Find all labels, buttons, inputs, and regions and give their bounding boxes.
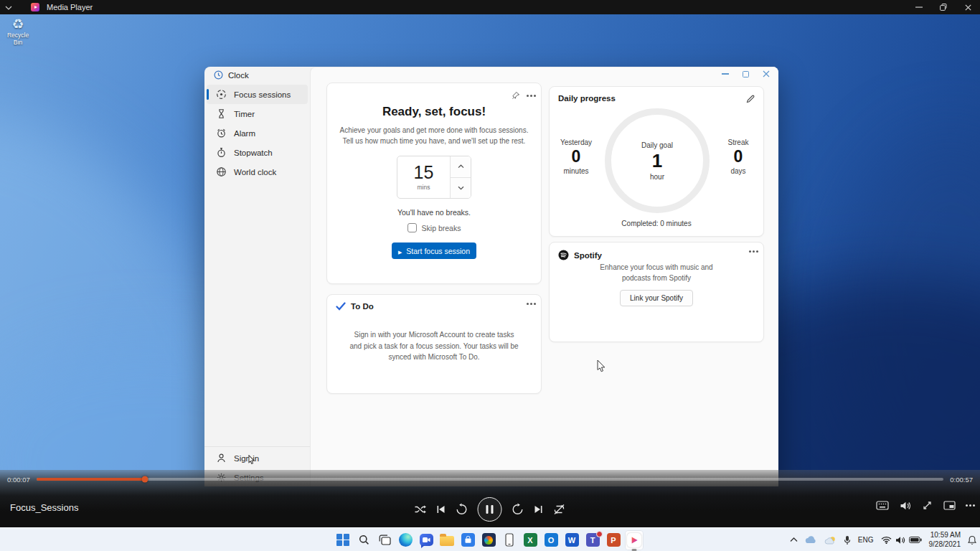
skip-forward-button[interactable]: [512, 503, 524, 516]
recycle-bin-icon: [4, 17, 32, 31]
close-button[interactable]: [956, 0, 980, 14]
sidebar-item-sign-in: Sign in: [207, 448, 308, 468]
link-spotify-button: Link your Spotify: [620, 290, 693, 306]
sidebar-item-alarm: Alarm: [207, 123, 308, 143]
spotify-icon: [558, 250, 569, 260]
chevron-down-icon[interactable]: [5, 3, 12, 11]
streak-stat: Streak 0 days: [713, 138, 763, 175]
edge-button[interactable]: [397, 531, 414, 550]
sidebar-item-label: World clock: [234, 168, 276, 176]
start-button[interactable]: [334, 531, 352, 550]
search-button[interactable]: [355, 531, 372, 550]
windows-logo-icon: [336, 534, 349, 547]
seek-thumb[interactable]: [142, 476, 149, 483]
excel-button[interactable]: [522, 531, 539, 550]
caption-buttons: [907, 0, 980, 14]
fullscreen-icon[interactable]: [922, 500, 933, 511]
skip-back-button[interactable]: [456, 503, 468, 516]
file-explorer-button[interactable]: [438, 531, 456, 550]
chevron-down-icon: [458, 186, 464, 190]
task-view-button[interactable]: [376, 531, 393, 550]
clock-maximize-icon: [743, 71, 749, 77]
pause-button[interactable]: [478, 497, 502, 522]
more-icon: [530, 303, 532, 305]
photos-button[interactable]: [480, 531, 497, 550]
previous-button[interactable]: [436, 504, 446, 514]
taskbar-center: [334, 528, 643, 551]
clock-close-icon: [763, 70, 770, 77]
onedrive-icon[interactable]: [805, 536, 817, 544]
app-title: Media Player: [47, 3, 93, 11]
stepper-down-button: [451, 177, 471, 199]
file-explorer-icon: [440, 536, 454, 546]
media-player-icon: [627, 533, 641, 547]
sidebar-item-label: Stopwatch: [234, 149, 273, 157]
spotify-description: Enhance your focus with music and podcas…: [595, 262, 717, 283]
seek-bar[interactable]: [37, 478, 944, 481]
alarm-icon: [216, 128, 227, 138]
focus-card-title: Ready, set, focus!: [327, 105, 541, 119]
weather-cloud-icon[interactable]: [824, 536, 837, 545]
search-icon: [359, 534, 369, 545]
total-time: 0:00:57: [950, 476, 973, 484]
clock-tray[interactable]: 10:59 AM 9/28/2021: [929, 531, 961, 549]
store-icon: [461, 533, 475, 547]
video-display-area[interactable]: Recycle Bin Clock Focus sessions: [0, 14, 980, 527]
media-title: Focus_Sessions: [10, 502, 78, 513]
outlook-icon: [545, 533, 558, 547]
media-player-taskbar-button[interactable]: [626, 531, 643, 550]
more-icon[interactable]: [969, 504, 971, 507]
phone-link-button[interactable]: [501, 531, 518, 550]
restore-button[interactable]: [931, 0, 956, 14]
skip-breaks-checkbox: [407, 223, 417, 232]
daily-progress-title: Daily progress: [558, 94, 616, 103]
powerpoint-button[interactable]: [605, 531, 622, 550]
store-button[interactable]: [459, 531, 476, 550]
focus-card-description: Achieve your goals and get more done wit…: [334, 125, 534, 146]
teams-icon: [586, 533, 600, 547]
microphone-icon[interactable]: [844, 535, 851, 545]
spotify-card-header: Spotify: [558, 250, 602, 260]
play-icon: [398, 247, 402, 255]
teams-button[interactable]: [584, 531, 601, 550]
clock-app-window: Clock Focus sessions: [204, 67, 778, 486]
yesterday-stat: Yesterday 0 minutes: [551, 138, 601, 175]
goal-value: 1: [652, 150, 662, 172]
minimize-button[interactable]: [907, 0, 931, 14]
excel-icon: [524, 533, 537, 547]
yesterday-value: 0: [551, 147, 601, 166]
stopwatch-icon: [216, 147, 227, 158]
mouse-cursor: [597, 359, 606, 373]
todo-card-title: To Do: [351, 302, 374, 311]
completed-text: Completed: 0 minutes: [550, 220, 763, 227]
volume-icon[interactable]: [900, 501, 911, 511]
start-focus-session-button: Start focus session: [392, 242, 476, 259]
focus-session-card: Ready, set, focus! Achieve your goals an…: [326, 83, 542, 284]
sidebar-item-stopwatch: Stopwatch: [207, 143, 308, 162]
notification-bell-icon[interactable]: [968, 535, 976, 545]
tray-date: 9/28/2021: [929, 540, 961, 550]
next-button[interactable]: [534, 504, 544, 514]
chat-button[interactable]: [418, 531, 435, 550]
language-indicator[interactable]: ENG: [858, 536, 874, 544]
sidebar-item-focus-sessions: Focus sessions: [207, 85, 308, 104]
sidebar-item-label: Focus sessions: [234, 90, 291, 99]
minutes-value: 15: [414, 164, 434, 182]
todo-card-header: To Do: [336, 302, 374, 311]
spotify-card-title: Spotify: [574, 251, 602, 260]
word-button[interactable]: [563, 531, 580, 550]
playback-controls: [415, 496, 566, 523]
spotify-card-tools: [753, 250, 755, 253]
media-player-logo-icon: [31, 3, 39, 11]
volume-tray-icon: [895, 536, 905, 545]
outlook-button[interactable]: [542, 531, 560, 550]
cast-icon[interactable]: [876, 501, 889, 510]
tray-time: 10:59 AM: [929, 531, 961, 540]
repeat-off-button[interactable]: [553, 504, 566, 515]
shuffle-button[interactable]: [415, 504, 427, 514]
edge-icon: [399, 533, 413, 547]
quick-settings[interactable]: [881, 536, 922, 545]
tray-chevron-up-icon[interactable]: [790, 537, 798, 542]
wifi-icon: [881, 536, 892, 544]
miniplayer-icon[interactable]: [943, 501, 956, 510]
